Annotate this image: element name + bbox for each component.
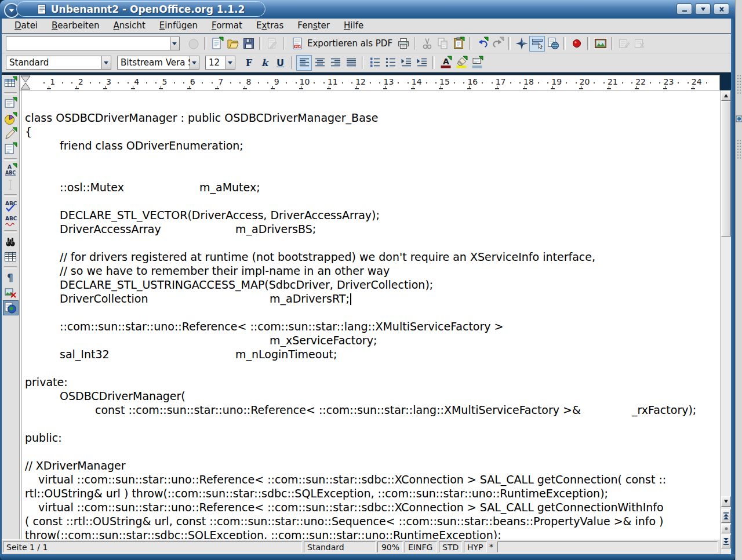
background-color-icon[interactable] xyxy=(469,55,485,71)
align-justify-icon[interactable] xyxy=(343,55,359,71)
close-icon xyxy=(718,6,725,12)
ruler-tick xyxy=(650,82,651,83)
menu-item-hilfe[interactable]: Hilfe xyxy=(337,19,370,33)
undo-icon[interactable] xyxy=(474,36,490,52)
status-selection-mode-field[interactable]: STD xyxy=(439,541,462,552)
highlighting-icon[interactable] xyxy=(453,55,469,71)
scrollbar-thumb[interactable] xyxy=(721,101,731,237)
menu-item-einfuegen[interactable]: Einfügen xyxy=(152,19,205,33)
insert-frame-icon[interactable] xyxy=(3,96,19,111)
save-document-icon[interactable] xyxy=(241,36,256,52)
gallery-icon[interactable] xyxy=(592,36,608,52)
underline-icon[interactable]: U xyxy=(272,55,288,71)
export-pdf-icon[interactable]: Exportieren als PDF xyxy=(288,36,395,52)
insert-table-icon[interactable] xyxy=(3,75,19,90)
find-replace-icon[interactable] xyxy=(3,234,19,249)
navigator-icon[interactable] xyxy=(514,36,529,52)
ruler-tabstop xyxy=(159,86,163,89)
redo-icon xyxy=(490,36,505,52)
vertical-scrollbar[interactable] xyxy=(720,90,731,554)
text-segment: ::osl::Mutex xyxy=(60,180,124,194)
style-dropdown-button[interactable] xyxy=(101,56,111,70)
text-line: friend class ODriverEnumeration; xyxy=(20,139,720,152)
paragraph-style-value[interactable]: Standard xyxy=(6,56,101,70)
print-icon[interactable] xyxy=(395,36,411,52)
url-dropdown-button[interactable] xyxy=(170,37,180,50)
text-line xyxy=(20,152,720,166)
autospellcheck-icon[interactable]: ABC xyxy=(3,213,19,228)
close-button[interactable] xyxy=(714,3,729,14)
menu-item-format[interactable]: Format xyxy=(205,19,249,33)
scroll-down-button[interactable] xyxy=(721,496,731,507)
title-bar[interactable]: Unbenannt2 - OpenOffice.org 1.1.2 xyxy=(0,0,742,19)
autotext-icon[interactable]: AABC xyxy=(3,162,19,177)
align-center-icon[interactable] xyxy=(312,55,328,71)
svg-text:A: A xyxy=(8,164,12,170)
navigation-button[interactable] xyxy=(721,524,731,533)
draw-functions-icon[interactable] xyxy=(3,126,19,141)
font-color-icon[interactable]: A xyxy=(438,55,453,71)
ruler-tabstop xyxy=(383,86,387,89)
align-right-icon[interactable] xyxy=(328,55,343,71)
graphics-onoff-icon[interactable] xyxy=(3,285,19,300)
scroll-up-button[interactable] xyxy=(721,90,731,101)
font-dropdown-button[interactable] xyxy=(190,56,199,70)
insert-object-icon[interactable] xyxy=(3,111,19,126)
menu-item-ansicht[interactable]: Ansicht xyxy=(106,19,152,33)
spellcheck-icon[interactable]: ABC xyxy=(3,198,19,213)
status-zoom-field[interactable]: 90% xyxy=(377,541,403,552)
numbering-icon[interactable] xyxy=(367,55,383,71)
bullets-icon[interactable] xyxy=(383,55,398,71)
online-layout-icon[interactable] xyxy=(3,300,19,315)
font-size-value[interactable]: 12 xyxy=(205,56,225,70)
function-toolbar: Exportieren als PDF xyxy=(2,34,733,53)
next-page-button[interactable] xyxy=(721,534,731,548)
toolbar-separator xyxy=(4,92,17,94)
text-line xyxy=(20,236,720,250)
menu-item-extras[interactable]: Extras xyxy=(249,19,290,33)
form-functions-icon[interactable] xyxy=(3,141,19,157)
maximize-button[interactable] xyxy=(695,3,711,14)
bold-icon[interactable]: F xyxy=(241,55,257,71)
ruler-tick xyxy=(576,82,577,83)
record-dot-icon[interactable] xyxy=(569,36,584,52)
stylist-icon[interactable] xyxy=(529,36,545,52)
ruler-number: 23 xyxy=(663,77,674,86)
indent-marker-icon[interactable] xyxy=(20,75,31,90)
open-document-icon[interactable] xyxy=(225,36,241,52)
chevron-down-icon xyxy=(192,61,197,65)
maximize-icon xyxy=(700,6,707,12)
document-text[interactable]: class OSDBCDriverManager : public OSDBCD… xyxy=(20,90,720,539)
nonprinting-characters-icon[interactable]: ¶ xyxy=(3,270,19,285)
ruler-tick xyxy=(230,82,231,83)
data-sources-icon[interactable] xyxy=(3,249,19,264)
text-segment: { xyxy=(25,125,32,139)
indent-dec-icon[interactable] xyxy=(398,55,414,71)
minimize-button[interactable] xyxy=(676,3,692,14)
indent-inc-icon[interactable] xyxy=(414,55,430,71)
ruler[interactable]: 123456789101112131415161718192021222324 xyxy=(20,75,720,90)
menu-item-datei[interactable]: Datei xyxy=(8,19,45,33)
font-name-value[interactable]: Bitstream Vera S xyxy=(117,56,190,70)
align-left-icon[interactable] xyxy=(296,55,312,71)
font-size-dropdown-button[interactable] xyxy=(225,56,235,70)
ruler-tick xyxy=(678,82,679,83)
status-insert-mode-field[interactable]: EINFG xyxy=(405,541,437,552)
ruler-tick xyxy=(90,82,91,83)
paste-icon[interactable] xyxy=(450,36,466,52)
ruler-tick xyxy=(239,82,241,83)
panel-handle[interactable] xyxy=(735,0,742,560)
new-document-icon[interactable] xyxy=(209,36,225,52)
ruler-tick xyxy=(258,82,259,83)
menu-item-fenster[interactable]: Fenster xyxy=(290,19,337,33)
hyperlink-dialog-icon[interactable] xyxy=(545,36,561,52)
ruler-tabstop xyxy=(299,86,303,89)
ruler-tabstop xyxy=(355,86,359,89)
italic-icon[interactable]: k xyxy=(257,55,272,71)
menu-item-bearbeiten[interactable]: Bearbeiten xyxy=(45,19,106,33)
previous-page-button[interactable] xyxy=(721,509,731,523)
status-hyperlink-mode-field[interactable]: HYP xyxy=(464,541,487,552)
ruler-number: 10 xyxy=(300,77,310,86)
status-pagestyle-field[interactable]: Standard xyxy=(304,541,376,552)
url-input[interactable] xyxy=(6,37,170,50)
